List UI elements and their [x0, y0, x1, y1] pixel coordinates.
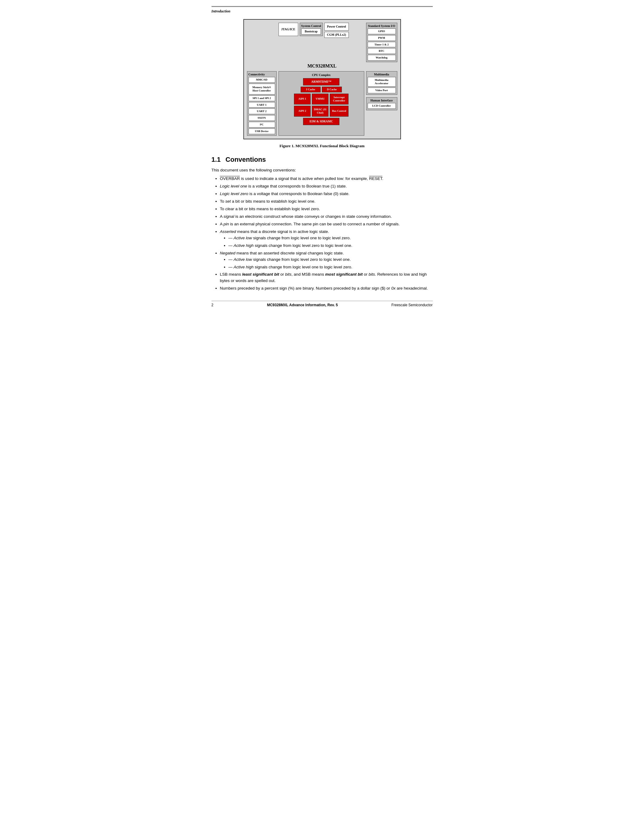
- aipi1-row: AIPI 1 VMMU Interrupt Controller: [281, 93, 362, 105]
- bits-2-text: bits: [369, 272, 375, 277]
- footer-center-text: MC9328MXL Advance Information, Rev. 5: [267, 303, 338, 307]
- asserted-text: Asserted: [220, 229, 236, 234]
- connectivity-label: Connectivity: [248, 73, 275, 76]
- footer-page-number: 2: [211, 303, 214, 307]
- std-sio-box: Standard System I/O GPIO PWM Timer 1 & 2…: [366, 23, 397, 62]
- watchdog-block: Watchdog: [368, 55, 396, 61]
- timer-block: Timer 1 & 2: [368, 42, 396, 48]
- spi-block: SPI 1 and SPI 2: [248, 95, 275, 101]
- interrupt-controller-block: Interrupt Controller: [330, 93, 349, 105]
- usb-device-block: USB Device: [248, 129, 275, 134]
- icache-block: I Cache: [301, 87, 320, 92]
- hex-prefix-text: 0x: [391, 286, 396, 291]
- eim-row: EIM & SDRAMC: [281, 118, 362, 125]
- ssi-block: SSI/I²S: [248, 115, 275, 121]
- section-heading: 1.1Conventions: [211, 156, 433, 164]
- gpio-block: GPIO: [368, 29, 396, 34]
- system-control-box: System Control Bootstrap: [300, 23, 323, 36]
- sub-item-active-high-2: Active high signals change from logic le…: [229, 264, 433, 270]
- multimedia-box: Multimedia Multimedia Accelerator Video …: [366, 71, 397, 95]
- pin-text: pin: [224, 222, 229, 226]
- aipi2-block: AIPI 2: [294, 106, 311, 117]
- section-title: Conventions: [225, 156, 266, 163]
- asserted-sub-list: Active low signals change from logic lev…: [229, 235, 433, 249]
- active-high-2-text: Active high: [233, 265, 254, 269]
- std-sio-label: Standard System I/O: [368, 24, 396, 27]
- conventions-list: OVERBAR is used to indicate a signal tha…: [220, 176, 433, 292]
- i2c-block: I²C: [248, 122, 275, 127]
- list-item-set: To set a bit or bits means to establish …: [220, 198, 433, 205]
- footer-company-text: Freescale Semiconductor: [391, 303, 433, 307]
- reset-text: RESET: [369, 176, 382, 181]
- list-item-pin: A pin is an external physical connection…: [220, 221, 433, 227]
- human-interface-label: Human Interface: [368, 99, 396, 102]
- lcd-controller-block: LCD Controller: [368, 103, 396, 109]
- power-cgm-area: Power Control CGM (PLLx2): [324, 23, 349, 38]
- uart1-block: UART 1: [248, 102, 275, 108]
- mmc-sd-block: MMC/SD: [248, 77, 275, 83]
- multimedia-label: Multimedia: [368, 73, 396, 76]
- logic-level-zero-text: Logic level zero: [220, 191, 248, 196]
- power-block: Power Control: [324, 23, 349, 31]
- set-text: set: [225, 199, 231, 204]
- active-low-2-text: Active low: [233, 257, 252, 262]
- right-column: Multimedia Multimedia Accelerator Video …: [366, 71, 397, 136]
- list-item-clear: To clear a bit or bits means to establis…: [220, 206, 433, 212]
- human-interface-box: Human Interface LCD Controller: [366, 97, 397, 110]
- list-item-logic-one: Logic level one is a voltage that corres…: [220, 183, 433, 190]
- msb-text: most significant bit: [325, 272, 363, 277]
- cpu-complex-label: CPU Complex: [281, 73, 362, 77]
- video-port-block: Video Port: [368, 88, 396, 93]
- list-item-logic-zero: Logic level zero is a voltage that corre…: [220, 191, 433, 197]
- eim-sdramc-block: EIM & SDRAMC: [303, 118, 340, 125]
- active-low-1-text: Active low: [233, 236, 252, 240]
- uart2-block: UART 2: [248, 108, 275, 114]
- bits-1-text: bits: [285, 272, 291, 277]
- bus-control-block: Bus Control: [330, 106, 349, 117]
- connectivity-box: Connectivity MMC/SD Memory Stick® Host C…: [247, 71, 277, 136]
- intro-text: This document uses the following convent…: [211, 167, 433, 174]
- negated-sub-list: Active low signals change from logic lev…: [229, 257, 433, 270]
- aipi2-row: AIPI 2 DMAC (11 Chnl) Bus Control: [281, 106, 362, 117]
- list-item-overbar: OVERBAR is used to indicate a signal tha…: [220, 176, 433, 182]
- vmmu-block: VMMU: [312, 93, 328, 105]
- page-footer: 2 MC9328MXL Advance Information, Rev. 5 …: [211, 301, 433, 307]
- figure-caption: Figure 1. MC9328MXL Functional Block Dia…: [211, 143, 433, 148]
- dmac-block: DMAC (11 Chnl): [312, 106, 328, 117]
- pwm-block: PWM: [368, 35, 396, 41]
- arm9-row: ARM9TDMI™: [281, 78, 362, 85]
- page-header: Introduction: [211, 6, 433, 14]
- arm9-block: ARM9TDMI™: [303, 78, 340, 85]
- list-item-lsb-msb: LSB means least significant bit or bits,…: [220, 272, 433, 284]
- list-item-asserted: Asserted means that a discrete signal is…: [220, 229, 433, 249]
- diagram-top-row: JTAG/ICE System Control Bootstrap Power …: [247, 23, 397, 62]
- cpu-complex-box: CPU Complex ARM9TDMI™ I Cache D Cache AI…: [279, 71, 364, 136]
- sub-item-active-low-1: Active low signals change from logic lev…: [229, 235, 433, 241]
- clear-text: clear: [225, 207, 234, 211]
- signal-text: signal: [224, 214, 234, 219]
- jtag-block: JTAG/ICE: [279, 23, 298, 36]
- active-high-1-text: Active high: [233, 243, 254, 248]
- bootstrap-block: Bootstrap: [301, 29, 320, 35]
- list-item-numbers: Numbers preceded by a percent sign (%) a…: [220, 285, 433, 292]
- multimedia-accelerator-block: Multimedia Accelerator: [368, 77, 396, 87]
- logic-level-one-text: Logic level one: [220, 184, 247, 188]
- memory-stick-block: Memory Stick® Host Controller: [248, 84, 275, 95]
- list-item-signal: A signal is an electronic construct whos…: [220, 214, 433, 220]
- dcache-block: D Cache: [322, 87, 342, 92]
- rtc-block: RTC: [368, 48, 396, 54]
- std-sio-items: GPIO PWM Timer 1 & 2 RTC Watchdog: [368, 29, 396, 61]
- diagram-title: MC9328MXL: [247, 63, 397, 69]
- cache-row: I Cache D Cache: [281, 87, 362, 92]
- sub-item-active-low-2: Active low signals change from logic lev…: [229, 257, 433, 263]
- cgm-block: CGM (PLLx2): [324, 32, 349, 38]
- block-diagram: JTAG/ICE System Control Bootstrap Power …: [243, 19, 401, 139]
- diagram-container: JTAG/ICE System Control Bootstrap Power …: [211, 19, 433, 139]
- negated-text: Negated: [220, 251, 235, 255]
- section-number: 1.1: [211, 156, 221, 163]
- system-control-label: System Control: [301, 24, 321, 27]
- lsb-text: least significant bit: [242, 272, 279, 277]
- multimedia-items: Multimedia Accelerator Video Port: [368, 77, 396, 93]
- aipi1-block: AIPI 1: [294, 93, 311, 105]
- header-text: Introduction: [211, 9, 231, 13]
